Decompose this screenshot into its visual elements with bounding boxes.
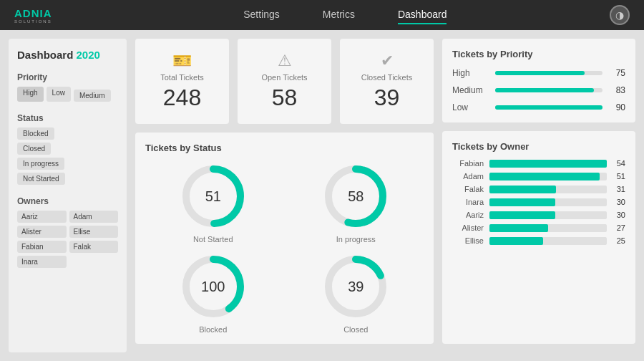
tag-ellise[interactable]: Ellise — [69, 226, 119, 238]
filter-priority: Priority High Low Medium — [17, 72, 118, 102]
donut-closed-label: Closed — [343, 325, 368, 334]
tag-blocked[interactable]: Blocked — [17, 127, 54, 140]
donut-in-progress-label: In progress — [336, 235, 376, 244]
owner-name-ellise: Ellise — [452, 236, 489, 245]
owner-row-alister: Alister 27 — [452, 223, 625, 232]
owner-name-inara: Inara — [452, 198, 489, 206]
tickets-by-status: Tickets by Status 51 Not Started — [135, 133, 434, 344]
closed-tickets-value: 39 — [374, 85, 400, 111]
donut-blocked-label: Blocked — [199, 325, 227, 334]
owner-row-adam: Adam 51 — [452, 172, 625, 180]
status-label: Status — [17, 113, 118, 123]
tag-not-started[interactable]: Not Started — [17, 173, 65, 185]
owner-val-falak: 31 — [607, 185, 625, 193]
total-tickets-icon: 🎫 — [172, 52, 192, 70]
owner-val-adam: 51 — [607, 172, 625, 180]
donut-blocked: 100 Blocked — [145, 251, 281, 334]
priority-label: Priority — [17, 72, 118, 82]
owner-row-fabian: Fabian 54 — [452, 159, 625, 168]
priority-val-high: 75 — [608, 68, 625, 78]
donut-in-progress: 58 In progress — [288, 160, 424, 244]
logo: ADNIA SOLUTIONS — [14, 7, 52, 24]
tag-low[interactable]: Low — [47, 87, 71, 102]
open-tickets-card: ⚠ Open Tickets 58 — [238, 39, 331, 124]
tag-inara[interactable]: Inara — [17, 256, 67, 268]
donut-not-started-value: 51 — [205, 188, 221, 205]
total-tickets-card: 🎫 Total Tickets 248 — [135, 39, 229, 124]
owner-name-fabian: Fabian — [452, 159, 489, 168]
owner-val-fabian: 54 — [607, 159, 625, 168]
tag-in-progress[interactable]: In progress — [17, 158, 64, 170]
logo-text: ADNIA — [14, 7, 52, 19]
tag-alister[interactable]: Alister — [17, 226, 67, 238]
tag-falak[interactable]: Falak — [69, 241, 119, 253]
owner-row-aariz: Aariz 30 — [452, 211, 625, 219]
closed-tickets-icon: ✔ — [381, 52, 394, 70]
tag-high[interactable]: High — [17, 87, 44, 102]
donut-not-started-label: Not Started — [193, 235, 233, 244]
owner-row-ellise: Ellise 25 — [452, 236, 625, 245]
priority-row-high: High 75 — [452, 68, 625, 78]
open-tickets-value: 58 — [272, 85, 298, 111]
owner-name-aariz: Aariz — [452, 211, 489, 219]
logo-sub: SOLUTIONS — [14, 19, 52, 24]
nav-metrics[interactable]: Metrics — [323, 6, 355, 24]
theme-toggle[interactable]: ◑ — [610, 5, 630, 25]
main-nav: Settings Metrics Dashboard — [81, 6, 610, 24]
priority-card-title: Tickets by Priority — [452, 49, 625, 59]
tag-adam[interactable]: Adam — [69, 211, 119, 223]
sidebar-title: Dashboard 2020 — [17, 49, 118, 61]
tag-medium[interactable]: Medium — [74, 90, 111, 102]
donut-blocked-value: 100 — [201, 279, 225, 295]
filter-owners: Owners Aariz Adam Alister Ellise Fabian … — [17, 196, 118, 268]
donut-in-progress-value: 58 — [348, 188, 364, 205]
priority-name-low: Low — [452, 102, 495, 112]
closed-tickets-card: ✔ Closed Tickets 39 — [340, 39, 434, 124]
priority-row-low: Low 90 — [452, 102, 625, 112]
nav-settings[interactable]: Settings — [243, 6, 280, 24]
total-tickets-value: 248 — [163, 85, 201, 111]
header: ADNIA SOLUTIONS Settings Metrics Dashboa… — [0, 0, 644, 30]
closed-tickets-label: Closed Tickets — [361, 73, 413, 82]
owner-row-inara: Inara 30 — [452, 198, 625, 206]
total-tickets-label: Total Tickets — [160, 73, 204, 82]
donut-not-started: 51 Not Started — [145, 160, 281, 244]
owner-name-alister: Alister — [452, 223, 489, 232]
tag-fabian[interactable]: Fabian — [17, 241, 67, 253]
open-tickets-icon: ⚠ — [278, 52, 292, 70]
priority-val-medium: 83 — [608, 85, 625, 95]
priority-name-high: High — [452, 68, 495, 78]
owner-val-aariz: 30 — [607, 211, 625, 219]
owner-row-falak: Falak 31 — [452, 185, 625, 193]
owner-val-inara: 30 — [607, 198, 625, 206]
tag-aariz[interactable]: Aariz — [17, 211, 67, 223]
tickets-by-priority: Tickets by Priority High 75 Medium 83 Lo… — [442, 39, 635, 122]
owner-val-ellise: 25 — [607, 236, 625, 245]
donut-closed: 39 Closed — [288, 251, 424, 334]
filter-status: Status Blocked Closed In progress Not St… — [17, 113, 118, 185]
owner-card-title: Tickets by Owner — [452, 141, 625, 152]
status-section-title: Tickets by Status — [145, 143, 424, 153]
owner-val-alister: 27 — [607, 223, 625, 232]
open-tickets-label: Open Tickets — [261, 73, 307, 82]
priority-row-medium: Medium 83 — [452, 85, 625, 95]
owner-name-falak: Falak — [452, 185, 489, 193]
tag-closed[interactable]: Closed — [17, 143, 51, 155]
priority-val-low: 90 — [608, 102, 625, 112]
priority-name-medium: Medium — [452, 85, 495, 95]
owners-label: Owners — [17, 196, 118, 206]
nav-dashboard[interactable]: Dashboard — [398, 6, 447, 24]
tickets-by-owner: Tickets by Owner Fabian 54 Adam 51 Falak — [442, 131, 635, 344]
owner-name-adam: Adam — [452, 172, 489, 180]
sidebar: Dashboard 2020 Priority High Low Medium … — [9, 39, 127, 352]
donut-closed-value: 39 — [348, 279, 364, 295]
